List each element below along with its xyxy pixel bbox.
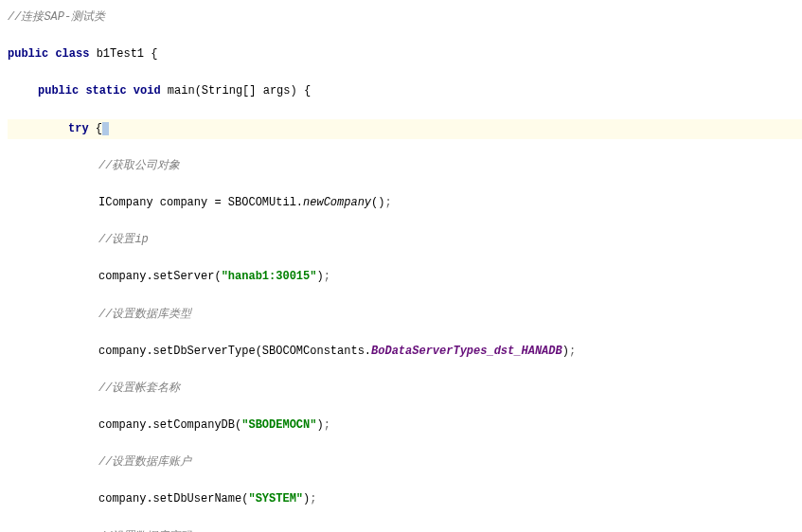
comment-text: //设置ip <box>98 233 149 246</box>
statement-line: company.setCompanyDB("SBODEMOCN"); <box>8 416 802 435</box>
comment-text: //连接SAP-测试类 <box>8 10 105 24</box>
blank-line <box>8 435 802 452</box>
comment-line: //获取公司对象 <box>8 156 802 176</box>
comment-text: //设置数据库类型 <box>98 308 191 321</box>
comment-line: //设置帐套名称 <box>8 379 802 399</box>
blank-line <box>8 176 802 193</box>
blank-line <box>8 362 802 379</box>
kw-void: void <box>134 84 161 98</box>
method-name: main <box>168 84 195 98</box>
text-cursor <box>102 122 109 135</box>
blank-line <box>8 213 802 230</box>
kw-static: static <box>85 84 126 98</box>
comment-text: //获取公司对象 <box>98 159 180 172</box>
blank-line <box>8 139 802 156</box>
statement-line: company.setDbUserName("SYSTEM"); <box>8 489 802 509</box>
comment-line: //设置数据库类型 <box>8 305 802 325</box>
statement-line: company.setServer("hanab1:30015"); <box>8 267 802 287</box>
main-method-declaration: public static void main(String[] args) { <box>8 81 802 101</box>
blank-line <box>8 102 802 119</box>
statement-line: company.setDbServerType(SBOCOMConstants.… <box>8 342 802 362</box>
comment-line: //设置数据库密码 <box>8 527 802 532</box>
comment-line: //设置数据库账户 <box>8 452 802 472</box>
string-literal: "SYSTEM" <box>248 492 303 505</box>
comment-line: //设置ip <box>8 230 802 250</box>
blank-line <box>8 325 802 342</box>
blank-line <box>8 288 802 305</box>
open-brace: { <box>96 122 102 135</box>
try-line-current: try { <box>8 119 802 139</box>
comment-text: //设置帐套名称 <box>98 381 180 395</box>
class-name: b1Test1 <box>97 47 144 61</box>
open-brace: { <box>151 47 157 61</box>
string-literal: "hanab1:30015" <box>222 270 317 283</box>
statement-line: ICompany company = SBOCOMUtil.newCompany… <box>8 193 802 213</box>
blank-line <box>8 250 802 267</box>
class-declaration: public class b1Test1 { <box>8 44 802 64</box>
kw-try: try <box>68 122 89 135</box>
kw-public: public <box>38 84 79 98</box>
static-method: newCompany <box>303 196 371 209</box>
kw-public: public <box>8 47 48 61</box>
blank-line <box>8 399 802 416</box>
blank-line <box>8 27 802 44</box>
open-brace: { <box>304 84 311 98</box>
blank-line <box>8 510 802 527</box>
method-params: (String[] args) <box>195 84 297 98</box>
comment-text: //设置数据库账户 <box>98 455 191 469</box>
blank-line <box>8 64 802 81</box>
code-editor[interactable]: //连接SAP-测试类 public class b1Test1 { publi… <box>8 8 802 532</box>
blank-line <box>8 472 802 489</box>
string-literal: "SBODEMOCN" <box>241 418 316 432</box>
kw-class: class <box>55 47 89 61</box>
comment-line: //连接SAP-测试类 <box>8 8 802 27</box>
constant-ref: BoDataServerTypes_dst_HANADB <box>371 345 562 358</box>
